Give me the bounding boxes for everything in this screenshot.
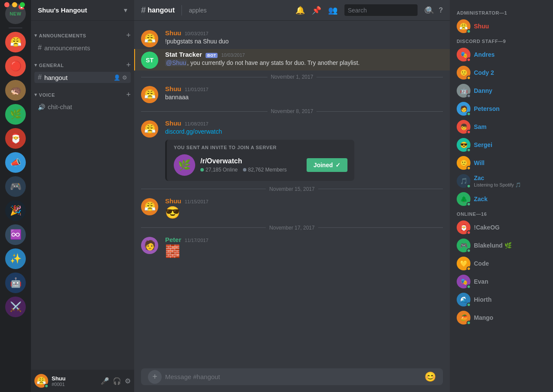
avatar-shuu-4: 😤 xyxy=(141,198,158,215)
server-icon-7[interactable]: 🎮 xyxy=(5,176,26,197)
invite-server-stats: 27,185 Online 82,762 Members xyxy=(200,167,301,173)
member-item-cody[interactable]: 🙂 Cody 2 xyxy=(453,64,550,81)
at-icon[interactable]: @ xyxy=(424,6,432,15)
member-item-zac[interactable]: 🎵 Zac Listening to Spotify 🎵 xyxy=(453,172,550,190)
channel-item-chit-chat[interactable]: 🔊 chit-chat xyxy=(34,101,131,112)
member-item-blakelund[interactable]: 🎮 Blakelund 🌿 xyxy=(453,237,550,254)
join-server-button[interactable]: Joined ✓ xyxy=(307,158,347,172)
members-sidebar: ADMINISTRATOR—1 😤 Shuu DISCORD STAFF—9 🎭… xyxy=(450,0,553,392)
server-icon-10[interactable]: ✨ xyxy=(5,248,26,269)
message-text-3: bannaaa xyxy=(165,93,443,102)
member-avatar-peterson: 🧑 xyxy=(457,102,470,116)
member-item-cakeog[interactable]: 🎅 !CakeOG xyxy=(453,219,550,236)
avatar-shuu-3: 😤 xyxy=(141,120,158,138)
category-announcements-label[interactable]: ▾ ANNOUNCEMENTS xyxy=(34,33,86,38)
search-bar[interactable]: 🔍 xyxy=(344,4,418,16)
member-status-zack xyxy=(467,202,471,206)
emoji-picker-button[interactable]: 😊 xyxy=(424,371,436,383)
member-status-shuu xyxy=(467,29,471,34)
server-icon-2[interactable]: 🔴 xyxy=(5,56,26,77)
chevron-down-icon: ▾ xyxy=(34,33,37,38)
message-timestamp-2: 10/03/2017 xyxy=(221,52,245,58)
date-divider-nov17: November 17, 2017 xyxy=(134,221,450,234)
server-header[interactable]: Shuu's Hangout ▾ xyxy=(31,0,134,21)
date-divider-nov8: November 8, 2017 xyxy=(134,105,450,118)
minimize-button[interactable] xyxy=(12,2,17,7)
server-icon-4[interactable]: 🌿 xyxy=(5,104,26,125)
mic-icon[interactable]: 🎤 xyxy=(101,377,109,385)
message-timestamp-4: 11/08/2017 xyxy=(185,121,209,126)
member-status-peterson xyxy=(467,112,471,116)
member-avatar-shuu: 😤 xyxy=(457,19,470,33)
chat-header-actions: 🔔 📌 👥 🔍 @ ? xyxy=(295,4,443,16)
channel-item-announcements[interactable]: # announcements xyxy=(34,42,131,53)
member-item-sam[interactable]: 👦 Sam xyxy=(453,118,550,135)
member-item-peterson[interactable]: 🧑 Peterson xyxy=(453,100,550,117)
current-user-avatar[interactable]: 😤 xyxy=(34,374,48,388)
server-icon-3[interactable]: 🦔 xyxy=(5,80,26,101)
member-item-evan[interactable]: 🎭 Evan xyxy=(453,273,550,290)
message-group-2: ST Stat Tracker BOT 10/03/2017 @Shuu, yo… xyxy=(134,49,450,70)
headset-icon[interactable]: 🎧 xyxy=(113,377,121,385)
channel-list: ▾ ANNOUNCEMENTS + # announcements ▾ GENE… xyxy=(31,21,134,370)
category-voice-label[interactable]: ▾ VOICE xyxy=(34,92,55,98)
server-icon-12[interactable]: ⚔️ xyxy=(5,297,26,317)
user-status-dot xyxy=(44,384,49,388)
current-user-name: Shuu xyxy=(52,375,97,382)
add-channel-general[interactable]: + xyxy=(126,61,131,70)
message-content-4: Shuu 11/08/2017 discord.gg/overwatch YOU… xyxy=(165,119,443,181)
members-icon[interactable]: 👥 xyxy=(328,6,338,15)
member-avatar-cody: 🙂 xyxy=(457,66,470,80)
member-item-zack[interactable]: 🌲 Zack xyxy=(453,190,550,208)
add-member-icon[interactable]: 👤 xyxy=(114,74,120,81)
date-label-nov8: November 8, 2017 xyxy=(271,108,313,114)
notification-bell-icon[interactable]: 🔔 xyxy=(295,6,305,15)
add-channel-announcements[interactable]: + xyxy=(126,31,131,40)
server-icon-1[interactable]: 😤 xyxy=(5,32,26,52)
pin-icon[interactable]: 📌 xyxy=(312,6,321,15)
close-button[interactable] xyxy=(4,2,9,7)
search-input[interactable] xyxy=(348,7,423,14)
member-item-will[interactable]: 🙂 Will xyxy=(453,154,550,172)
message-author-3: Shuu xyxy=(165,85,181,92)
member-name-evan: Evan xyxy=(474,278,488,285)
server-icon-9[interactable]: ♾️ xyxy=(5,224,26,245)
member-item-andres[interactable]: 🎭 Andres xyxy=(453,46,550,63)
member-status-sam xyxy=(467,130,471,134)
attach-file-button[interactable]: + xyxy=(148,370,162,384)
member-item-danny[interactable]: 🤖 Danny xyxy=(453,82,550,99)
add-voice-channel[interactable]: + xyxy=(126,90,131,99)
staff-section-header: DISCORD STAFF—9 xyxy=(453,35,550,46)
help-icon[interactable]: ? xyxy=(439,6,443,14)
member-item-sergei[interactable]: 😎 Sergei xyxy=(453,136,550,153)
member-item-code[interactable]: 💛 Code xyxy=(453,255,550,272)
member-item-mango[interactable]: 🥭 Mango xyxy=(453,309,550,326)
server-icon-5[interactable]: 🎅 xyxy=(5,128,26,149)
channel-sidebar: Shuu's Hangout ▾ ▾ ANNOUNCEMENTS + # ann… xyxy=(31,0,134,392)
message-content-2: Stat Tracker BOT 10/03/2017 @Shuu, you c… xyxy=(165,51,443,69)
server-icon-6[interactable]: 📣 xyxy=(5,152,26,173)
mention-shuu[interactable]: @Shuu xyxy=(165,59,187,66)
message-input[interactable] xyxy=(165,368,421,385)
channel-name-hangout: hangout xyxy=(44,74,68,81)
member-status-blakelund xyxy=(467,248,471,253)
server-icon-8[interactable]: 🎉 xyxy=(5,200,26,221)
member-item-hiorth[interactable]: 🌊 Hiorth xyxy=(453,291,550,308)
message-content-1: Shuu 10/03/2017 !pubgstats na Shuu duo xyxy=(165,29,443,47)
user-settings-icon[interactable]: ⚙ xyxy=(125,377,131,385)
chat-header: # hangout apples 🔔 📌 👥 🔍 @ ? xyxy=(134,0,450,21)
channel-item-hangout[interactable]: # hangout 👤 ⚙ xyxy=(34,72,131,83)
maximize-button[interactable] xyxy=(20,2,25,7)
member-avatar-cakeog: 🎅 xyxy=(457,220,470,234)
member-item-shuu[interactable]: 😤 Shuu xyxy=(453,18,550,35)
message-group-4: 😤 Shuu 11/08/2017 discord.gg/overwatch Y… xyxy=(134,118,450,183)
category-general-label[interactable]: ▾ GENERAL xyxy=(34,62,64,68)
member-status-sergei xyxy=(467,148,471,152)
server-icon-11[interactable]: 🤖 xyxy=(5,273,26,293)
server-name: Shuu's Hangout xyxy=(38,6,87,14)
member-avatar-evan: 🎭 xyxy=(457,275,470,288)
speaker-icon: 🔊 xyxy=(38,104,45,110)
message-header-3: Shuu 11/01/2017 xyxy=(165,85,443,92)
settings-icon[interactable]: ⚙ xyxy=(122,74,127,81)
channel-name-announcements: announcements xyxy=(44,44,90,52)
